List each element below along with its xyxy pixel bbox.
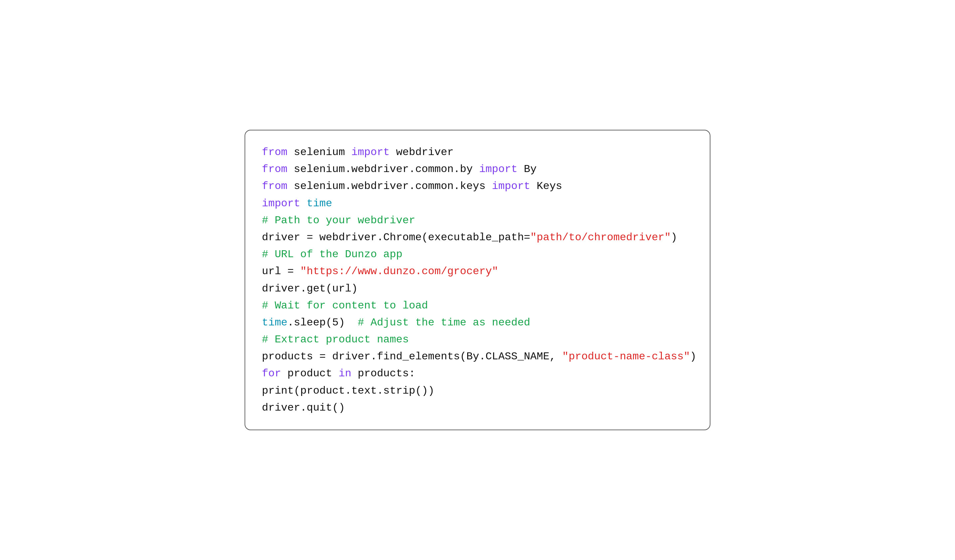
code-line: # Extract product names [262, 331, 693, 348]
code-token: "path/to/chromedriver" [531, 231, 671, 244]
code-token: import [492, 180, 530, 192]
code-line: time.sleep(5) # Adjust the time as neede… [262, 314, 693, 331]
code-token: # Wait for content to load [262, 299, 428, 312]
code-token: # URL of the Dunzo app [262, 248, 402, 261]
code-token: selenium [288, 146, 351, 158]
code-token: # Extract product names [262, 333, 409, 346]
code-token: driver.get(url) [262, 283, 358, 295]
code-token: "https://www.dunzo.com/grocery" [300, 265, 498, 277]
code-token: .sleep(5) [288, 316, 358, 329]
code-token: url = [262, 265, 300, 277]
code-token: import [479, 163, 517, 175]
code-token: # Adjust the time as needed [358, 316, 530, 329]
code-line: from selenium import webdriver [262, 144, 693, 161]
code-token: import [351, 146, 390, 158]
code-line: print(product.text.strip()) [262, 382, 693, 399]
code-token: time [307, 197, 332, 210]
code-token: selenium.webdriver.common.by [288, 163, 479, 175]
code-line: # URL of the Dunzo app [262, 246, 693, 263]
code-token: By [517, 163, 537, 175]
code-line: products = driver.find_elements(By.CLASS… [262, 348, 693, 365]
code-token: "product-name-class" [562, 350, 690, 363]
code-token: products: [351, 368, 415, 380]
code-token: import [262, 197, 300, 210]
code-token: # Path to your webdriver [262, 214, 415, 227]
code-token: driver = webdriver.Chrome(executable_pat… [262, 231, 531, 244]
code-token: from [262, 180, 288, 192]
code-token: from [262, 146, 288, 158]
code-line: from selenium.webdriver.common.by import… [262, 161, 693, 178]
code-line: from selenium.webdriver.common.keys impo… [262, 178, 693, 195]
code-token [300, 197, 307, 210]
code-token: ) [690, 350, 697, 363]
code-container: from selenium import webdriverfrom selen… [244, 130, 711, 430]
code-token: webdriver [390, 146, 454, 158]
code-token: products = driver.find_elements(By.CLASS… [262, 350, 562, 363]
code-token: print(product.text.strip()) [262, 385, 434, 397]
code-line: driver = webdriver.Chrome(executable_pat… [262, 229, 693, 246]
code-line: driver.get(url) [262, 280, 693, 297]
code-block: from selenium import webdriverfrom selen… [262, 144, 693, 416]
code-line: url = "https://www.dunzo.com/grocery" [262, 263, 693, 280]
code-line: driver.quit() [262, 399, 693, 416]
code-line: for product in products: [262, 365, 693, 382]
code-line: import time [262, 195, 693, 212]
code-token: ) [671, 231, 677, 244]
code-token: from [262, 163, 288, 175]
code-token: Keys [531, 180, 562, 192]
code-token: selenium.webdriver.common.keys [288, 180, 492, 192]
code-line: # Path to your webdriver [262, 212, 693, 229]
code-token: driver.quit() [262, 402, 345, 414]
code-token: time [262, 316, 288, 329]
code-token: in [338, 368, 351, 380]
code-line: # Wait for content to load [262, 297, 693, 314]
code-token: product [281, 368, 339, 380]
code-token: for [262, 368, 281, 380]
